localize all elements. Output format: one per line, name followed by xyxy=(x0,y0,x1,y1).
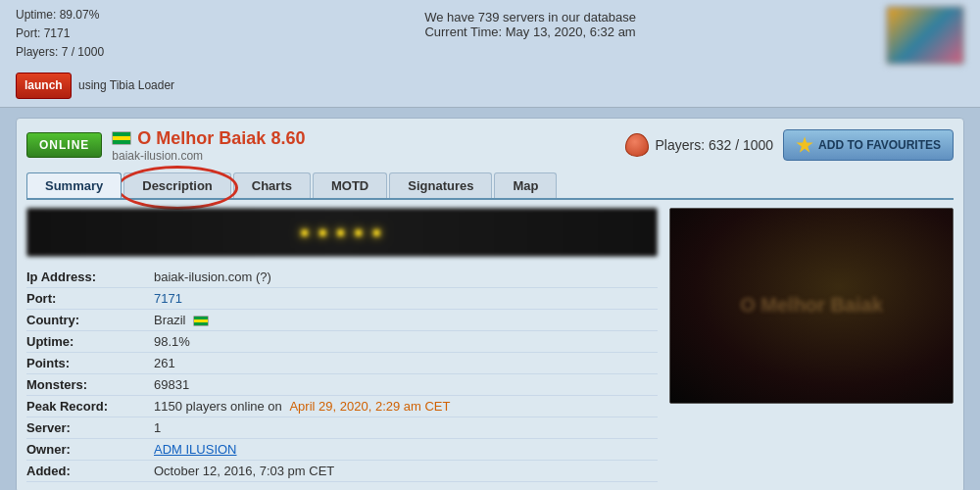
monsters-value: 69831 xyxy=(154,377,189,392)
players-block: Players: 632 / 1000 xyxy=(625,133,773,157)
ip-label: Ip Address: xyxy=(26,270,154,284)
info-row-port: Port: 7171 xyxy=(26,288,658,310)
info-row-uptime: Uptime: 98.1% xyxy=(26,331,658,353)
tab-summary[interactable]: Summary xyxy=(26,172,122,198)
info-row-points: Points: 261 xyxy=(26,353,658,374)
info-row-country: Country: Brazil xyxy=(26,310,658,331)
launch-button[interactable]: launch xyxy=(16,73,72,99)
port-quick: Port: 7171 xyxy=(16,24,174,43)
tab-charts[interactable]: Charts xyxy=(233,172,311,198)
port-label: Port: xyxy=(26,291,154,306)
server-quick-info: Uptime: 89.07% Port: 7171 Players: 7 / 1… xyxy=(16,6,174,99)
server-label: Server: xyxy=(26,420,154,435)
country-flag-icon xyxy=(193,316,209,326)
ip-value: baiak-ilusion.com (?) xyxy=(154,270,271,284)
tabs-bar: Summary Description Charts MOTD Signatur… xyxy=(26,172,954,200)
peak-value: 1150 players online on April 29, 2020, 2… xyxy=(154,399,450,414)
content-left: ■ ■ ■ ■ ■ Ip Address: baiak-ilusion.com … xyxy=(26,208,658,482)
tab-description[interactable]: Description xyxy=(123,172,231,198)
current-time-text: Current Time: May 13, 2020, 6:32 am xyxy=(424,24,636,39)
server-title-block: O Melhor Baiak 8.60 baiak-ilusion.com xyxy=(112,128,615,163)
top-banner-image xyxy=(886,6,964,65)
add-to-favourites-button[interactable]: ADD TO FAVOURITES xyxy=(783,129,954,161)
tab-signatures[interactable]: Signatures xyxy=(389,172,492,198)
points-value: 261 xyxy=(154,356,175,370)
info-row-owner: Owner: ADM ILUSION xyxy=(26,439,658,461)
players-count: Players: 632 / 1000 xyxy=(655,137,773,153)
star-icon xyxy=(796,136,813,154)
country-value: Brazil xyxy=(154,313,209,327)
country-label: Country: xyxy=(26,313,154,327)
info-row-monsters: Monsters: 69831 xyxy=(26,374,658,396)
content-area: ■ ■ ■ ■ ■ Ip Address: baiak-ilusion.com … xyxy=(26,200,954,482)
tab-map[interactable]: Map xyxy=(494,172,557,198)
players-quick: Players: 7 / 1000 xyxy=(16,43,174,62)
server-count-text: We have 739 servers in our database xyxy=(424,10,636,24)
added-label: Added: xyxy=(26,464,154,478)
top-bar: Uptime: 89.07% Port: 7171 Players: 7 / 1… xyxy=(0,0,980,108)
db-info: We have 739 servers in our database Curr… xyxy=(424,10,636,39)
uptime-label: Uptime: xyxy=(26,334,154,349)
tab-motd[interactable]: MOTD xyxy=(313,172,387,198)
launch-using-label: using Tibia Loader xyxy=(78,78,174,92)
image-content: O Melhor Baiak xyxy=(670,209,953,403)
info-table: Ip Address: baiak-ilusion.com (?) Port: … xyxy=(26,267,658,482)
server-header: ONLINE O Melhor Baiak 8.60 baiak-ilusion… xyxy=(26,128,954,163)
banner-text: ■ ■ ■ ■ ■ xyxy=(301,224,384,240)
players-icon xyxy=(625,133,649,157)
brazil-flag-icon xyxy=(112,131,131,145)
points-label: Points: xyxy=(26,356,154,370)
add-fav-label: ADD TO FAVOURITES xyxy=(818,138,941,152)
uptime-value: 98.1% xyxy=(154,334,190,349)
server-screenshot: O Melhor Baiak xyxy=(669,208,954,404)
server-value: 1 xyxy=(154,420,161,435)
uptime-quick: Uptime: 89.07% xyxy=(16,6,174,24)
server-domain: baiak-ilusion.com xyxy=(112,149,615,163)
monsters-label: Monsters: xyxy=(26,377,154,392)
server-name: O Melhor Baiak 8.60 xyxy=(112,128,615,149)
owner-value[interactable]: ADM ILUSION xyxy=(154,442,237,457)
info-row-added: Added: October 12, 2016, 7:03 pm CET xyxy=(26,461,658,482)
content-right: O Melhor Baiak xyxy=(669,208,954,482)
online-badge: ONLINE xyxy=(26,132,102,158)
info-row-server: Server: 1 xyxy=(26,417,658,439)
info-row-peak: Peak Record: 1150 players online on Apri… xyxy=(26,396,658,417)
port-value: 7171 xyxy=(154,291,182,306)
info-row-ip: Ip Address: baiak-ilusion.com (?) xyxy=(26,267,658,288)
peak-label: Peak Record: xyxy=(26,399,154,414)
main-content: ONLINE O Melhor Baiak 8.60 baiak-ilusion… xyxy=(16,118,964,490)
server-banner: ■ ■ ■ ■ ■ xyxy=(26,208,658,257)
peak-date: April 29, 2020, 2:29 am CET xyxy=(289,399,450,414)
added-value: October 12, 2016, 7:03 pm CET xyxy=(154,464,334,478)
owner-label: Owner: xyxy=(26,442,154,457)
